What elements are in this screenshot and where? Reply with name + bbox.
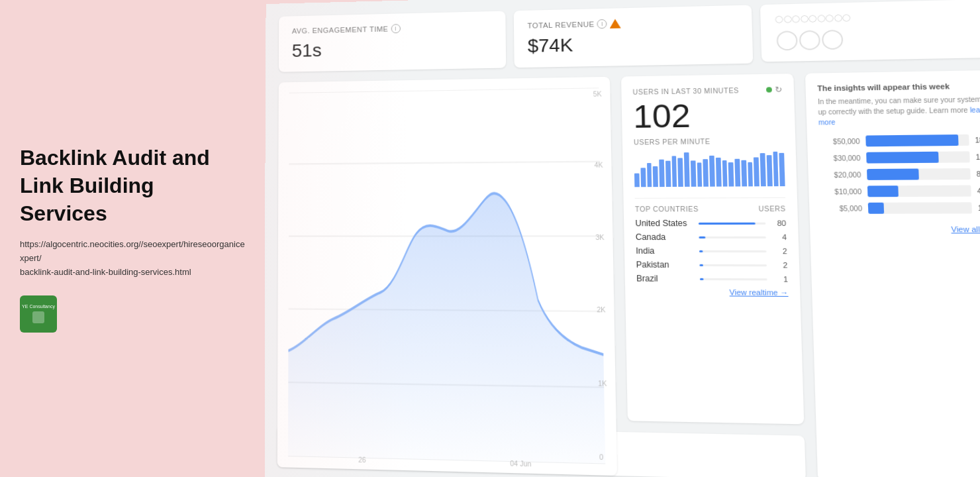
mini-bar-item	[691, 160, 696, 186]
main-chart-card: 5K 4K 3K 2K 1K 0	[277, 77, 617, 476]
mini-bar-item	[709, 156, 715, 187]
country-bar-fill	[699, 236, 705, 238]
top-countries-label: TOP COUNTRIES	[635, 205, 699, 213]
view-realtime-link[interactable]: View realtime →	[636, 288, 788, 297]
y-label-5k: 5K	[593, 90, 602, 97]
country-bar-fill	[699, 250, 703, 252]
hbar-value: 1,100	[978, 204, 980, 212]
svg-line-0	[289, 87, 599, 92]
hbar-value: 12,000	[975, 153, 980, 161]
hbar-row: $30,000 12,000	[819, 151, 980, 164]
country-row: Brazil 1	[636, 274, 788, 284]
mini-bar-item	[716, 158, 721, 187]
logo-text: YE Consultancy	[22, 304, 55, 309]
mini-bar-item	[697, 162, 702, 186]
hbar-value: 18,000	[975, 136, 980, 144]
y-label-4k: 4K	[594, 162, 603, 169]
country-value: 4	[771, 233, 787, 242]
mini-bar-item	[653, 166, 658, 187]
hbar-value: 8,500	[976, 170, 980, 178]
hbar-row: $20,000 8,500	[820, 168, 980, 181]
mini-bar-item	[754, 157, 760, 186]
mini-bar-chart	[634, 152, 785, 187]
y-label-2k: 2K	[597, 306, 605, 314]
dashboard-panel: Avg. engagement time i 51s Total revenue…	[264, 0, 980, 477]
placeholder-value: ◯◯◯	[775, 23, 980, 50]
mini-bar-item	[760, 153, 766, 186]
mini-bar-item	[684, 152, 690, 187]
revenue-metric-card: Total revenue i $74K	[513, 5, 753, 68]
engagement-info-icon[interactable]: i	[391, 24, 400, 33]
insights-header: The insights will appear this week	[817, 81, 980, 93]
country-name: United States	[635, 219, 693, 229]
x-label-26: 26	[358, 456, 366, 464]
mini-bar-item	[728, 162, 734, 186]
hbar-track	[868, 202, 972, 214]
engagement-value: 51s	[292, 36, 492, 62]
mini-bar-item	[741, 160, 746, 187]
realtime-refresh-icon[interactable]: ↻	[775, 85, 783, 95]
page-title: Backlink Audit and Link Building Service…	[20, 144, 245, 227]
top-countries-section: TOP COUNTRIES USERS United States 80 Can…	[635, 197, 789, 297]
hbar-label: $10,000	[820, 187, 861, 195]
hbar-value: 4,200	[977, 187, 980, 195]
revenue-info-icon[interactable]: i	[597, 19, 607, 28]
revenue-warning-icon	[610, 19, 621, 28]
hbar-track	[867, 186, 971, 197]
view-all-link[interactable]: View all data →	[822, 225, 980, 233]
revenue-label: Total revenue i	[527, 16, 738, 30]
mini-bar-item	[634, 174, 640, 187]
mini-bar-item	[703, 159, 709, 187]
countries-list: United States 80 Canada 4 India 2 Pakist…	[635, 218, 788, 284]
mini-bar-item	[734, 159, 740, 187]
hbar-label: $30,000	[820, 154, 861, 162]
metrics-row: Avg. engagement time i 51s Total revenue…	[279, 0, 980, 72]
hbar-track	[866, 151, 970, 163]
mini-bar-item	[773, 152, 779, 186]
mini-bar-item	[748, 162, 753, 187]
realtime-header: USERS IN LAST 30 MINUTES ↻	[632, 85, 782, 97]
dashboard-content: Avg. engagement time i 51s Total revenue…	[264, 0, 980, 477]
country-bar-fill	[700, 278, 703, 280]
mini-bar-item	[640, 168, 646, 187]
hbar-fill	[868, 203, 884, 214]
y-label-3k: 3K	[595, 234, 604, 241]
horizontal-bar-chart: $50,000 18,000 $30,000 12,000 $20,000 8,…	[819, 134, 980, 214]
left-panel: Backlink Audit and Link Building Service…	[0, 0, 265, 477]
x-label-jun: 04 Jun	[510, 460, 531, 468]
country-bar-fill	[699, 222, 756, 224]
realtime-card: USERS IN LAST 30 MINUTES ↻ 102 USERS PER…	[621, 74, 804, 424]
hbar-row: $5,000 1,100	[821, 202, 980, 214]
hbar-label: $20,000	[820, 171, 861, 179]
svg-line-1	[289, 162, 600, 164]
hbar-track	[865, 134, 969, 146]
hbar-fill	[867, 168, 918, 180]
hbar-label: $50,000	[819, 137, 860, 145]
mini-bar-item	[678, 158, 683, 187]
country-row: Pakistan 2	[636, 260, 788, 270]
logo-badge[interactable]: YE Consultancy	[20, 295, 57, 333]
top-countries-header: TOP COUNTRIES USERS	[635, 205, 786, 213]
mini-bar-item	[646, 163, 652, 187]
engagement-label: Avg. engagement time i	[292, 22, 492, 36]
hbar-track	[867, 168, 971, 180]
country-name: Brazil	[636, 274, 694, 284]
y-label-0: 0	[599, 453, 609, 461]
hbar-fill	[865, 134, 959, 146]
realtime-dot	[765, 87, 771, 92]
insights-description: In the meantime, you can make sure your …	[818, 94, 980, 128]
country-value: 2	[772, 247, 787, 256]
realtime-subhead: USERS PER MINUTE	[634, 137, 784, 146]
hbar-label: $5,000	[821, 204, 862, 212]
engagement-metric-card: Avg. engagement time i 51s	[279, 11, 506, 72]
hbar-fill	[867, 186, 899, 197]
country-value: 1	[773, 275, 788, 284]
mini-bar-item	[665, 161, 671, 187]
revenue-value: $74K	[528, 31, 739, 57]
mini-bar-item	[779, 153, 785, 186]
right-insights-card: The insights will appear this week In th…	[805, 70, 980, 477]
country-value: 2	[773, 261, 788, 270]
placeholder-metric-card: ◯◯◯◯◯◯◯◯◯ ◯◯◯	[760, 0, 980, 62]
y-label-1k: 1K	[598, 380, 607, 388]
country-bar-track	[699, 264, 767, 266]
